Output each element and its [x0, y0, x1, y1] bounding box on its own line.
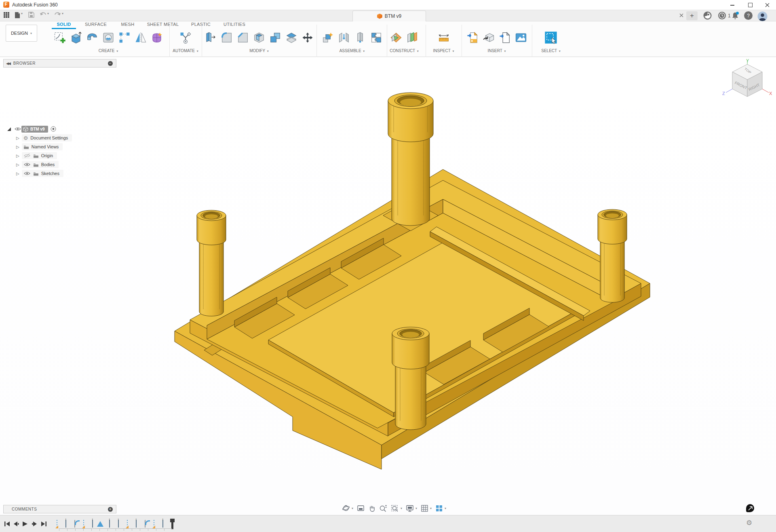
maximize-button[interactable] — [741, 0, 759, 10]
fillet-button[interactable] — [219, 30, 234, 46]
timeline-go-to-start-button[interactable] — [4, 521, 10, 527]
group-label-construct[interactable]: CONSTRUCT ▾ — [384, 49, 425, 53]
viewports-button[interactable]: ▾ — [435, 505, 446, 512]
browser-panel-minus-button[interactable]: − — [108, 61, 113, 66]
visibility-eye-off-icon[interactable] — [23, 153, 31, 158]
timeline-feature-fillet[interactable] — [74, 520, 75, 528]
expanded-arrow-icon[interactable] — [7, 127, 11, 131]
zoom-button[interactable] — [379, 505, 387, 512]
tab-mesh[interactable]: MESH — [121, 22, 135, 27]
hole-button[interactable] — [101, 30, 116, 46]
extrude-button[interactable] — [69, 30, 84, 46]
create-form-button[interactable] — [150, 30, 164, 46]
insert-mesh-button[interactable] — [481, 30, 496, 46]
collapsed-arrow-icon[interactable]: ▷ — [16, 171, 19, 176]
joint-button[interactable] — [337, 30, 352, 46]
timeline-step-back-button[interactable] — [13, 521, 19, 527]
timeline-feature-extrude[interactable] — [162, 520, 163, 528]
help-button[interactable]: ? — [744, 11, 753, 20]
model-post-left[interactable] — [197, 210, 226, 316]
rectangular-pattern-button[interactable] — [117, 30, 132, 46]
move-copy-button[interactable] — [300, 30, 315, 46]
timeline-feature-extrude[interactable] — [118, 520, 119, 528]
insert-derive-button[interactable] — [498, 30, 512, 46]
browser-item-named-views[interactable]: ▷ Named Views — [3, 142, 116, 151]
visibility-eye-icon[interactable] — [23, 163, 31, 167]
group-label-create[interactable]: CREATE ▾ — [49, 49, 167, 53]
notifications-button[interactable] — [731, 11, 740, 20]
browser-panel-header[interactable]: ◀◀ BROWSER − — [3, 59, 116, 68]
grid-button[interactable]: ▾ — [421, 505, 432, 512]
timeline-feature-extrude[interactable] — [136, 520, 137, 528]
collapsed-arrow-icon[interactable]: ▷ — [16, 145, 19, 149]
insert-svg-button[interactable] — [465, 30, 480, 46]
browser-root-row[interactable]: BTM v9 — [3, 125, 116, 133]
create-sketch-button[interactable] — [53, 30, 67, 46]
press-pull-button[interactable] — [203, 30, 218, 46]
profile-avatar[interactable] — [757, 11, 768, 21]
browser-item-sketches[interactable]: ▷ Sketches — [3, 169, 116, 178]
as-built-joint-button[interactable] — [353, 30, 368, 46]
document-tab[interactable]: BTM v9 — [352, 11, 426, 21]
activate-component-radio-icon[interactable] — [51, 126, 56, 132]
timeline-feature-extrude[interactable] — [109, 520, 110, 528]
midplane-button[interactable] — [405, 30, 420, 46]
model-post-bottom[interactable] — [392, 327, 429, 430]
undo-button[interactable]: ▾ — [40, 12, 49, 17]
save-button[interactable] — [28, 12, 34, 18]
pan-button[interactable] — [368, 505, 375, 512]
browser-root-item[interactable]: BTM v9 — [21, 126, 48, 133]
automate-button[interactable] — [178, 30, 193, 46]
timeline-feature-sketch[interactable] — [57, 520, 57, 528]
group-label-assemble[interactable]: ASSEMBLE ▾ — [318, 49, 386, 53]
model-post-right[interactable] — [598, 209, 627, 302]
timeline-feature-fillet[interactable] — [145, 520, 146, 528]
collapsed-arrow-icon[interactable]: ▷ — [16, 136, 19, 140]
offset-face-button[interactable] — [284, 30, 299, 46]
timeline-go-to-end-button[interactable] — [41, 521, 47, 527]
model-body[interactable] — [175, 93, 650, 469]
fit-button[interactable]: ▾ — [391, 505, 402, 512]
model-btm-v9[interactable] — [0, 57, 776, 515]
tab-plastic[interactable]: PLASTIC — [191, 22, 211, 27]
timeline-settings-gear-icon[interactable]: ⚙ — [746, 519, 752, 527]
group-label-inspect[interactable]: INSPECT ▾ — [426, 49, 461, 53]
new-document-tab-button[interactable]: + — [686, 11, 698, 20]
timeline-feature-sketch[interactable] — [127, 520, 128, 528]
display-settings-button[interactable]: ▾ — [406, 505, 417, 512]
shell-button[interactable] — [252, 30, 267, 46]
new-component-button[interactable] — [321, 30, 335, 46]
app-grid-menu-button[interactable] — [3, 12, 10, 18]
browser-item-origin[interactable]: ▷ Origin — [3, 151, 116, 160]
orbit-button[interactable]: ▾ — [342, 504, 353, 512]
measure-button[interactable] — [436, 30, 451, 46]
file-menu-button[interactable]: ▾ — [15, 12, 23, 19]
revolve-button[interactable] — [85, 30, 100, 46]
offset-plane-button[interactable] — [389, 30, 404, 46]
collapsed-arrow-icon[interactable]: ▷ — [16, 154, 19, 158]
timeline-feature-extrude[interactable] — [65, 520, 66, 528]
comments-panel-header[interactable]: COMMENTS + — [3, 505, 116, 513]
minimize-button[interactable] — [723, 0, 741, 10]
collapsed-arrow-icon[interactable]: ▷ — [16, 163, 19, 167]
tab-surface[interactable]: SURFACE — [85, 22, 107, 27]
close-document-button[interactable] — [677, 11, 685, 19]
combine-button[interactable] — [268, 30, 283, 46]
redo-button[interactable]: ▾ — [54, 12, 63, 17]
visibility-eye-icon[interactable] — [14, 127, 21, 131]
group-label-select[interactable]: SELECT ▾ — [533, 49, 569, 53]
timeline-position-marker[interactable] — [171, 519, 173, 529]
browser-collapse-icon[interactable]: ◀◀ — [6, 61, 10, 65]
group-label-automate[interactable]: AUTOMATE ▾ — [170, 49, 201, 53]
view-cube[interactable]: TOP FRONT RIGHT Y Z X — [722, 59, 773, 103]
tab-sheet-metal[interactable]: SHEET METAL — [147, 22, 179, 27]
select-button[interactable] — [544, 30, 559, 46]
workspace-selector[interactable]: DESIGN ▾ — [6, 25, 37, 42]
canvas-button[interactable] — [514, 30, 529, 46]
timeline-feature-sketch[interactable] — [83, 520, 84, 528]
group-label-insert[interactable]: INSERT ▾ — [462, 49, 531, 53]
browser-item-bodies[interactable]: ▷ Bodies — [3, 160, 116, 169]
timeline-feature-mirror[interactable] — [97, 521, 103, 527]
navigation-wheel-button[interactable] — [746, 504, 754, 512]
timeline-play-button[interactable] — [22, 521, 28, 527]
